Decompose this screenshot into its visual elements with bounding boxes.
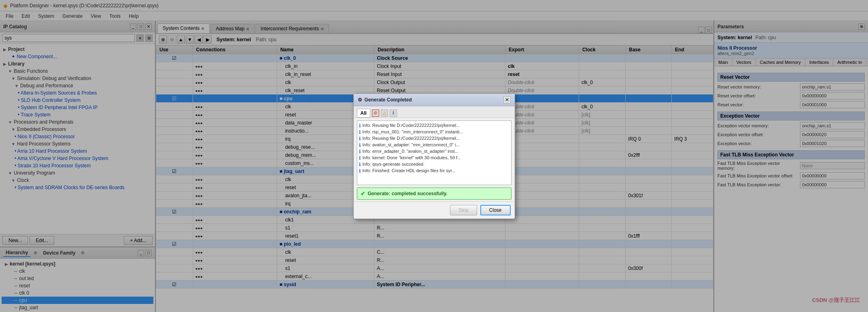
log-text: Info: kernel: Done "kernel" with 30 modu… bbox=[363, 155, 509, 160]
modal-overlay: ⚙ Generate Completed ✕ All ⊘ △ ℹ ℹInfo: … bbox=[0, 0, 868, 312]
log-line: ℹInfo: kernel: Done "kernel" with 30 mod… bbox=[359, 155, 509, 161]
modal-stop-button[interactable]: Stop bbox=[450, 205, 477, 215]
log-line: ℹInfo: error_adapter_0: "avalon_st_adapt… bbox=[359, 148, 509, 155]
modal-icon: ⚙ bbox=[358, 97, 362, 103]
log-line: ℹInfo: qsys-generate succeeded. bbox=[359, 161, 509, 168]
log-icon: ℹ bbox=[359, 168, 361, 174]
status-check-icon: ✔ bbox=[361, 190, 365, 197]
log-text: Info: qsys-generate succeeded. bbox=[363, 162, 509, 167]
log-icon: ℹ bbox=[359, 155, 361, 161]
log-icon: ℹ bbox=[359, 149, 361, 154]
modal-log-area: ℹInfo: Reusing file D:/Code/222222222/pr… bbox=[357, 120, 511, 185]
log-icon: ℹ bbox=[359, 129, 361, 135]
log-text: Info: Reusing file D:/Code/222222222/prj… bbox=[363, 136, 509, 141]
log-text: Info: rsp_mux_001: "mm_interconnect_0" i… bbox=[363, 129, 509, 134]
log-text: Info: Reusing file D:/Code/222222222/prj… bbox=[363, 123, 509, 128]
log-icon: ℹ bbox=[359, 142, 361, 148]
modal-title: ⚙ Generate Completed bbox=[358, 97, 412, 103]
log-icon: ℹ bbox=[359, 162, 361, 167]
modal-title-bar: ⚙ Generate Completed ✕ bbox=[354, 94, 515, 106]
modal-status-bar: ✔ Generate: completed successfully. bbox=[357, 188, 511, 200]
log-text: Info: Finished: Create HDL design files … bbox=[363, 168, 509, 173]
log-line: ℹInfo: avalon_st_adapter: "mm_interconne… bbox=[359, 142, 509, 148]
log-line: ℹInfo: rsp_mux_001: "mm_interconnect_0" … bbox=[359, 129, 509, 135]
modal-filter-tabs: All ⊘ △ ℹ bbox=[354, 106, 515, 118]
modal-close-x-btn[interactable]: ✕ bbox=[503, 96, 511, 103]
log-icon: ℹ bbox=[359, 123, 361, 129]
log-line: ℹInfo: Reusing file D:/Code/222222222/pr… bbox=[359, 135, 509, 142]
filter-all-tab[interactable]: All bbox=[357, 109, 370, 118]
filter-error-icon[interactable]: ⊘ bbox=[372, 110, 379, 117]
filter-info-icon[interactable]: ℹ bbox=[390, 110, 397, 117]
status-text: Generate: completed successfully. bbox=[368, 191, 448, 196]
filter-warn-icon[interactable]: △ bbox=[381, 110, 388, 117]
log-text: Info: error_adapter_0: "avalon_st_adapte… bbox=[363, 149, 509, 154]
log-text: Info: avalon_st_adapter: "mm_interconnec… bbox=[363, 142, 509, 147]
modal-buttons: Stop Close bbox=[354, 201, 515, 219]
generate-completed-modal: ⚙ Generate Completed ✕ All ⊘ △ ℹ ℹInfo: … bbox=[353, 93, 515, 219]
modal-close-button[interactable]: Close bbox=[480, 205, 511, 215]
log-line: ℹInfo: Finished: Create HDL design files… bbox=[359, 168, 509, 174]
log-line: ℹInfo: Reusing file D:/Code/222222222/pr… bbox=[359, 122, 509, 129]
log-icon: ℹ bbox=[359, 136, 361, 141]
